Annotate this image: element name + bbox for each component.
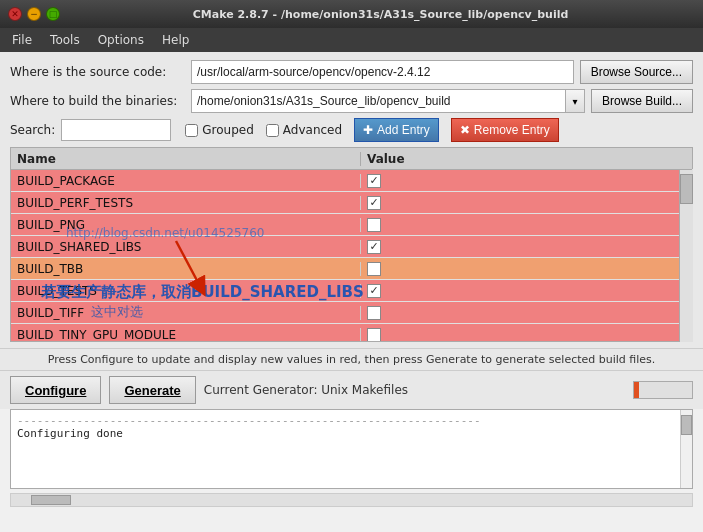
advanced-checkbox[interactable] [266, 124, 279, 137]
titlebar: ✕ − □ CMake 2.8.7 - /home/onion31s/A31s_… [0, 0, 703, 28]
cell-value[interactable] [361, 306, 692, 320]
cmake-table-outer: Name Value BUILD_PACKAGE BUILD_PERF_TEST… [10, 147, 693, 342]
build-label: Where to build the binaries: [10, 94, 185, 108]
cell-value[interactable] [361, 328, 692, 342]
advanced-label: Advanced [283, 123, 342, 137]
menubar: File Tools Options Help [0, 28, 703, 52]
build-input-group: ▾ [191, 89, 585, 113]
search-label: Search: [10, 123, 55, 137]
table-row[interactable]: BUILD_TINY_GPU_MODULE [11, 324, 692, 342]
table-row[interactable]: BUILD_TESTS [11, 280, 692, 302]
cell-checkbox[interactable] [367, 240, 381, 254]
cell-checkbox[interactable] [367, 328, 381, 342]
table-scrollbar[interactable] [679, 169, 693, 342]
source-label: Where is the source code: [10, 65, 185, 79]
remove-icon: ✖ [460, 123, 470, 137]
source-row: Where is the source code: Browse Source.… [10, 60, 693, 84]
menu-tools[interactable]: Tools [42, 31, 88, 49]
minimize-button[interactable]: − [27, 7, 41, 21]
cell-checkbox[interactable] [367, 218, 381, 232]
menu-help[interactable]: Help [154, 31, 197, 49]
remove-entry-label: Remove Entry [474, 123, 550, 137]
log-scrollbar-thumb[interactable] [681, 415, 692, 435]
build-dropdown-arrow[interactable]: ▾ [565, 89, 585, 113]
cell-checkbox[interactable] [367, 284, 381, 298]
menu-file[interactable]: File [4, 31, 40, 49]
remove-entry-button[interactable]: ✖ Remove Entry [451, 118, 559, 142]
table-row[interactable]: BUILD_TBB [11, 258, 692, 280]
progress-fill [634, 382, 639, 398]
cell-value[interactable] [361, 240, 692, 254]
bottom-toolbar: Configure Generate Current Generator: Un… [0, 370, 703, 409]
col-value-header: Value [361, 152, 692, 166]
log-scrollbar[interactable] [680, 410, 692, 488]
cell-checkbox[interactable] [367, 174, 381, 188]
table-row[interactable]: BUILD_PNG [11, 214, 692, 236]
log-divider: ----------------------------------------… [17, 414, 686, 427]
configure-button[interactable]: Configure [10, 376, 101, 404]
cell-name: BUILD_TINY_GPU_MODULE [11, 328, 361, 342]
table-header: Name Value [11, 148, 692, 170]
scrollbar-thumb[interactable] [680, 174, 693, 204]
cell-checkbox[interactable] [367, 306, 381, 320]
browse-source-button[interactable]: Browse Source... [580, 60, 693, 84]
log-area[interactable]: ----------------------------------------… [10, 409, 693, 489]
cell-value[interactable] [361, 196, 692, 210]
log-line2: Configuring done [17, 427, 686, 440]
add-entry-button[interactable]: ✚ Add Entry [354, 118, 439, 142]
cell-checkbox[interactable] [367, 262, 381, 276]
grouped-checkbox[interactable] [185, 124, 198, 137]
browse-build-button[interactable]: Browse Build... [591, 89, 693, 113]
horizontal-scrollbar[interactable] [10, 493, 693, 507]
progress-bar [633, 381, 693, 399]
table-row[interactable]: BUILD_PERF_TESTS [11, 192, 692, 214]
window-controls[interactable]: ✕ − □ [8, 7, 60, 21]
advanced-checkbox-label[interactable]: Advanced [266, 123, 342, 137]
table-row[interactable]: BUILD_SHARED_LIBS [11, 236, 692, 258]
generator-text: Current Generator: Unix Makefiles [204, 383, 408, 397]
add-entry-label: Add Entry [377, 123, 430, 137]
menu-options[interactable]: Options [90, 31, 152, 49]
cell-value[interactable] [361, 284, 692, 298]
source-input[interactable] [191, 60, 574, 84]
search-input[interactable] [61, 119, 171, 141]
horizontal-scrollbar-thumb[interactable] [31, 495, 71, 505]
checkbox-group: Grouped Advanced ✚ Add Entry ✖ Remove En… [185, 118, 693, 142]
table-row[interactable]: BUILD_TIFF [11, 302, 692, 324]
status-line: Press Configure to update and display ne… [0, 348, 703, 370]
cell-name: BUILD_TIFF [11, 306, 361, 320]
toolbar-row: Search: Grouped Advanced ✚ Add Entry ✖ R… [10, 118, 693, 142]
cell-value[interactable] [361, 218, 692, 232]
build-row: Where to build the binaries: ▾ Browse Bu… [10, 89, 693, 113]
maximize-button[interactable]: □ [46, 7, 60, 21]
cmake-table[interactable]: Name Value BUILD_PACKAGE BUILD_PERF_TEST… [10, 147, 693, 342]
cell-name: BUILD_PERF_TESTS [11, 196, 361, 210]
cell-checkbox[interactable] [367, 196, 381, 210]
grouped-checkbox-label[interactable]: Grouped [185, 123, 254, 137]
build-input[interactable] [191, 89, 565, 113]
grouped-label: Grouped [202, 123, 254, 137]
generate-button[interactable]: Generate [109, 376, 195, 404]
progress-bar-container [416, 381, 693, 399]
cell-name: BUILD_TBB [11, 262, 361, 276]
cell-value[interactable] [361, 174, 692, 188]
add-icon: ✚ [363, 123, 373, 137]
cell-value[interactable] [361, 262, 692, 276]
table-row[interactable]: BUILD_PACKAGE [11, 170, 692, 192]
cell-name: BUILD_PNG [11, 218, 361, 232]
main-content: Where is the source code: Browse Source.… [0, 52, 703, 348]
col-name-header: Name [11, 152, 361, 166]
cell-name: BUILD_PACKAGE [11, 174, 361, 188]
cell-name: BUILD_SHARED_LIBS [11, 240, 361, 254]
cell-name: BUILD_TESTS [11, 284, 361, 298]
window-title: CMake 2.8.7 - /home/onion31s/A31s_Source… [66, 8, 695, 21]
close-button[interactable]: ✕ [8, 7, 22, 21]
